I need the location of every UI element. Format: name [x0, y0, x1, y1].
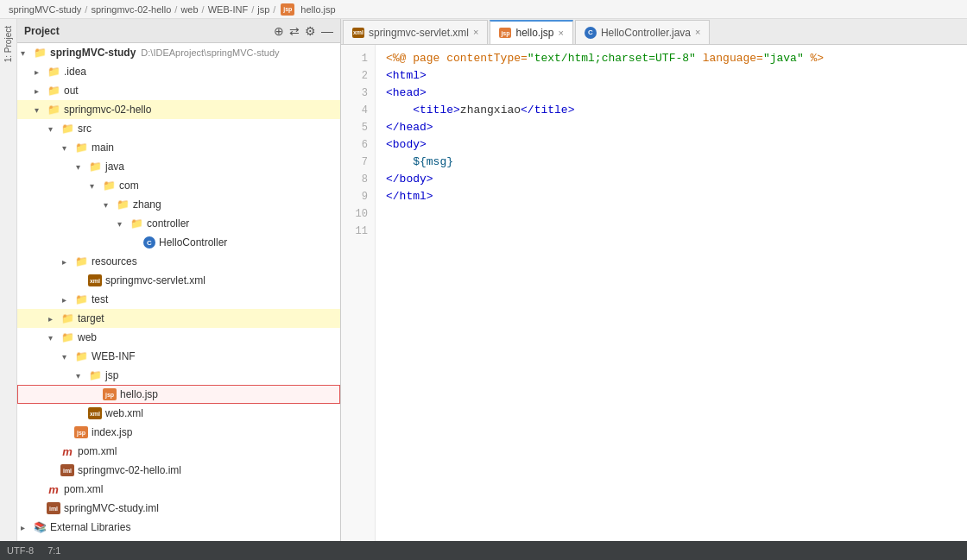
tree-label-springmvc-02-hello-iml: springmvc-02-hello.iml — [78, 464, 181, 476]
tree-item-target[interactable]: ▸📁target — [17, 309, 340, 328]
tree-item-com[interactable]: ▾📁com — [17, 176, 340, 195]
tree-item-web[interactable]: ▾📁web — [17, 328, 340, 347]
tab-HelloController-tab[interactable]: CHelloController.java× — [575, 20, 711, 44]
folder-res-icon: 📁 — [74, 255, 88, 268]
line-number: 3 — [341, 85, 375, 102]
code-line — [386, 223, 967, 240]
tab-close-button[interactable]: × — [558, 28, 563, 38]
tree-item-WEB-INF[interactable]: ▾📁WEB-INF — [17, 347, 340, 366]
java-file-icon: C — [143, 236, 155, 249]
panel-icons: ⊕ ⇄ ⚙ — — [274, 25, 333, 37]
tree-item-pom-root[interactable]: mpom.xml — [17, 480, 340, 499]
tree-item-external-libraries[interactable]: ▸📚External Libraries — [17, 518, 340, 537]
sync-icon[interactable]: ⇄ — [289, 25, 300, 37]
minimize-icon[interactable]: — — [321, 25, 333, 37]
tree-item-jsp[interactable]: ▾📁jsp — [17, 366, 340, 385]
code-content[interactable]: <%@ page contentType="text/html;charset=… — [376, 45, 967, 541]
code-line: <body> — [386, 136, 967, 154]
vertical-tab: 1: Project — [0, 19, 17, 541]
code-line: <%@ page contentType="text/html;charset=… — [386, 50, 967, 67]
tree-item-pom-module[interactable]: mpom.xml — [17, 442, 340, 461]
code-editor: 1234567891011 <%@ page contentType="text… — [341, 45, 967, 541]
tree-item-hello.jsp[interactable]: jsphello.jsp — [17, 385, 340, 404]
maven-file-icon: m — [60, 444, 74, 458]
tree-item-springmvc-servlet-xml[interactable]: xmlspringmvc-servlet.xml — [17, 271, 340, 290]
tree-item-web.xml[interactable]: xmlweb.xml — [17, 404, 340, 423]
tab-label: hello.jsp — [515, 27, 553, 39]
panel-title: Project — [24, 25, 60, 37]
folder-icon-com: 📁 — [102, 179, 116, 192]
add-icon[interactable]: ⊕ — [274, 25, 284, 37]
tree-arrow-springmvc-study[interactable]: ▾ — [21, 48, 33, 58]
jsp-file-icon: jsp — [103, 388, 117, 400]
tree-label-external-libraries: External Libraries — [50, 521, 130, 533]
breadcrumb-item[interactable]: springMVC-study — [9, 4, 81, 15]
tree-arrow-out[interactable]: ▸ — [35, 86, 47, 96]
tree-arrow-java[interactable]: ▾ — [76, 162, 88, 172]
breadcrumb-item[interactable]: springmvc-02-hello — [91, 4, 171, 15]
tree-item-out[interactable]: ▸📁out — [17, 81, 340, 100]
iml-file-icon: iml — [60, 464, 74, 476]
tree-item-resources[interactable]: ▸📁resources — [17, 252, 340, 271]
tree-label-resources: resources — [92, 255, 137, 267]
tree-arrow-springmvc-02-hello[interactable]: ▾ — [35, 105, 47, 115]
project-tab-label[interactable]: 1: Project — [2, 22, 15, 66]
tree-arrow-external-libraries[interactable]: ▸ — [21, 523, 33, 532]
tab-springmvc-servlet-xml-tab[interactable]: xmlspringmvc-servlet.xml× — [343, 20, 488, 44]
folder-icon-springmvc-02-hello: 📁 — [47, 103, 60, 116]
tree-item-index.jsp[interactable]: jspindex.jsp — [17, 423, 340, 442]
tree-item-springmvc-02-hello-iml[interactable]: imlspringmvc-02-hello.iml — [17, 461, 340, 480]
breadcrumb-item[interactable]: jsp — [257, 4, 269, 15]
tree-item-src[interactable]: ▾📁src — [17, 119, 340, 138]
tab-hello-jsp-tab[interactable]: jsphello.jsp× — [490, 20, 572, 44]
status-line-col: 7:1 — [47, 545, 60, 556]
tree-arrow-idea[interactable]: ▸ — [35, 67, 47, 77]
breadcrumb-item[interactable]: web — [180, 4, 198, 15]
tab-close-button[interactable]: × — [473, 28, 478, 37]
breadcrumb-item[interactable]: WEB-INF — [208, 4, 248, 15]
tree-item-main[interactable]: ▾📁main — [17, 138, 340, 157]
tree-arrow-test[interactable]: ▸ — [62, 295, 74, 305]
tree-label-com: com — [119, 179, 139, 192]
tree-item-zhang[interactable]: ▾📁zhang — [17, 195, 340, 214]
line-number: 9 — [341, 188, 375, 205]
tree-item-idea[interactable]: ▸📁.idea — [17, 62, 340, 81]
tree-arrow-main[interactable]: ▾ — [62, 143, 74, 153]
folder-icon-test: 📁 — [74, 293, 88, 306]
tree-arrow-resources[interactable]: ▸ — [62, 257, 74, 267]
line-number: 10 — [341, 205, 375, 223]
tree-item-springmvc-02-hello[interactable]: ▾📁springmvc-02-hello — [17, 100, 340, 119]
tree-arrow-zhang[interactable]: ▾ — [104, 200, 116, 210]
code-line: </html> — [386, 188, 967, 205]
code-line: <title>zhangxiao</title> — [386, 102, 967, 119]
tree-label-WEB-INF: WEB-INF — [92, 350, 136, 362]
tree-arrow-WEB-INF[interactable]: ▾ — [62, 352, 74, 362]
project-panel: Project ⊕ ⇄ ⚙ — ▾📁springMVC-studyD:\IDEA… — [17, 19, 341, 541]
tree-label-target: target — [78, 312, 104, 324]
code-line: <head> — [386, 85, 967, 102]
tab-close-button[interactable]: × — [695, 28, 700, 37]
settings-icon[interactable]: ⚙ — [305, 25, 316, 37]
tree-item-java[interactable]: ▾📁java — [17, 157, 340, 176]
tree-arrow-com[interactable]: ▾ — [90, 181, 102, 191]
tree-arrow-controller[interactable]: ▾ — [117, 219, 130, 229]
line-number: 2 — [341, 67, 375, 85]
status-encoding: UTF-8 — [7, 545, 34, 556]
tree-arrow-web[interactable]: ▾ — [48, 333, 60, 343]
breadcrumb-item-jsp[interactable]: jsp hello.jsp — [279, 3, 337, 16]
tree-item-HelloController[interactable]: CHelloController — [17, 233, 340, 252]
tree-arrow-src[interactable]: ▾ — [48, 124, 60, 134]
code-line: <html> — [386, 67, 967, 85]
tree-item-test[interactable]: ▸📁test — [17, 290, 340, 309]
tree-arrow-jsp[interactable]: ▾ — [76, 371, 88, 381]
line-number: 7 — [341, 154, 375, 171]
tree-item-controller[interactable]: ▾📁controller — [17, 214, 340, 233]
tree-item-springMVC-study-iml[interactable]: imlspringMVC-study.iml — [17, 499, 340, 518]
tree-label-zhang: zhang — [133, 198, 161, 211]
tree-label-hello.jsp: hello.jsp — [120, 388, 158, 400]
tree-label-controller: controller — [147, 217, 189, 230]
tree-item-springmvc-study[interactable]: ▾📁springMVC-studyD:\IDEAproject\springMV… — [17, 43, 340, 62]
tree-arrow-target[interactable]: ▸ — [48, 314, 60, 324]
maven-file-icon: m — [47, 482, 60, 496]
tree-label-pom-module: pom.xml — [78, 445, 117, 457]
